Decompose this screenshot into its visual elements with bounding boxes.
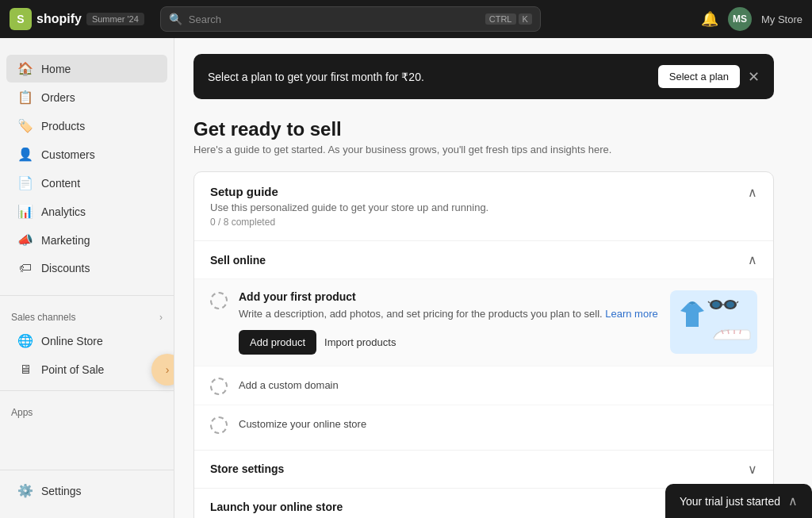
products-icon: 🏷️ [17, 118, 33, 133]
customers-icon: 👤 [17, 147, 33, 162]
topnav: S shopify Summer '24 🔍 CTRL K 🔔 MS My St… [0, 0, 812, 38]
sidebar-bottom: ⚙️ Settings [0, 457, 174, 518]
sidebar-nav: 🏠 Home 📋 Orders 🏷️ Products 👤 Customers … [0, 48, 174, 289]
sidebar-item-orders[interactable]: 📋 Orders [6, 83, 167, 111]
sidebar-item-label: Marketing [41, 234, 90, 247]
sidebar-item-point-of-sale[interactable]: 🖥 Point of Sale › [6, 356, 167, 383]
setup-guide-chevron-icon: ∧ [748, 185, 757, 200]
sidebar-item-label: Discounts [41, 262, 90, 274]
svg-rect-0 [670, 290, 757, 354]
task-customize-store[interactable]: Customize your online store [194, 405, 773, 443]
sidebar-item-marketing[interactable]: 📣 Marketing [6, 226, 167, 254]
task-add-product-actions: Add product Import products [239, 330, 659, 355]
shopify-logo-text: shopify [36, 12, 82, 26]
close-banner-button[interactable]: ✕ [748, 68, 760, 86]
search-icon: 🔍 [169, 13, 182, 25]
setup-guide-description: Use this personalized guide to get your … [210, 201, 488, 213]
apps-section-title: Apps [0, 397, 174, 421]
page-title: Get ready to sell [193, 118, 774, 140]
task-add-product: Add your first product Write a descripti… [194, 278, 773, 366]
sidebar-item-label: Content [41, 177, 80, 190]
topnav-right: 🔔 MS My Store [701, 7, 802, 31]
orders-icon: 📋 [17, 90, 33, 105]
task-add-product-content: Add your first product Write a descripti… [239, 290, 659, 355]
notifications-bell-icon[interactable]: 🔔 [701, 10, 718, 28]
search-shortcut: CTRL K [485, 13, 532, 25]
sidebar-item-home[interactable]: 🏠 Home [6, 55, 167, 82]
sidebar-item-label: Orders [41, 91, 75, 104]
task-add-product-circle[interactable] [210, 292, 228, 309]
launch-online-title: Launch your online store [210, 501, 343, 513]
plan-banner: Select a plan to get your first month fo… [193, 54, 774, 99]
sell-online-section-body: Add your first product Write a descripti… [194, 278, 773, 450]
store-settings-title: Store settings [210, 462, 284, 475]
plan-banner-actions: Select a plan ✕ [658, 65, 760, 88]
sidebar-item-analytics[interactable]: 📊 Analytics [6, 198, 167, 225]
chevron-right-icon: › [166, 363, 170, 376]
pos-icon: 🖥 [17, 363, 33, 377]
settings-icon: ⚙️ [17, 483, 33, 498]
sidebar-item-discounts[interactable]: 🏷 Discounts [6, 255, 167, 282]
sidebar-item-settings[interactable]: ⚙️ Settings [6, 477, 167, 505]
product-image-illustration [670, 290, 757, 354]
avatar[interactable]: MS [728, 7, 752, 31]
sidebar-item-online-store[interactable]: 🌐 Online Store [6, 327, 167, 355]
sidebar-divider-2 [0, 390, 174, 391]
sidebar: 🏠 Home 📋 Orders 🏷️ Products 👤 Customers … [0, 0, 174, 518]
setup-guide-progress: 0 / 8 completed [210, 217, 488, 228]
content-icon: 📄 [17, 175, 33, 190]
svg-point-7 [726, 301, 734, 308]
select-plan-button[interactable]: Select a plan [658, 65, 740, 88]
sidebar-item-products[interactable]: 🏷️ Products [6, 112, 167, 140]
online-store-icon: 🌐 [17, 333, 33, 348]
task-customize-store-title: Customize your online store [239, 418, 366, 430]
marketing-icon: 📣 [17, 232, 33, 247]
page-subtitle: Here's a guide to get started. As your b… [193, 144, 774, 155]
svg-point-6 [712, 301, 720, 308]
sidebar-item-content[interactable]: 📄 Content [6, 169, 167, 197]
trial-banner[interactable]: Your trial just started ∧ [665, 484, 812, 518]
trial-banner-chevron-icon: ∧ [788, 493, 798, 508]
sales-channels-expand-icon[interactable]: › [159, 312, 163, 323]
setup-guide-card: Setup guide Use this personalized guide … [193, 171, 774, 518]
import-products-button[interactable]: Import products [324, 336, 396, 348]
sidebar-item-label: Settings [41, 485, 82, 497]
search-input[interactable] [189, 13, 479, 25]
setup-guide-title: Setup guide [210, 185, 488, 198]
task-custom-domain-circle[interactable] [210, 378, 228, 395]
sidebar-item-label: Home [41, 63, 71, 75]
sidebar-divider [0, 295, 174, 296]
task-customize-store-circle[interactable] [210, 416, 228, 434]
setup-guide-header[interactable]: Setup guide Use this personalized guide … [194, 172, 773, 240]
sidebar-divider-3 [0, 470, 174, 470]
sell-online-section-header[interactable]: Sell online ∧ [194, 240, 773, 278]
sidebar-expand-circle-button[interactable]: › [151, 354, 174, 386]
plan-banner-text: Select a plan to get your first month fo… [208, 71, 424, 83]
sidebar-item-label: Online Store [41, 335, 103, 347]
store-settings-section[interactable]: Store settings ∨ [194, 450, 773, 488]
task-custom-domain-title: Add a custom domain [239, 379, 339, 391]
version-badge: Summer '24 [86, 13, 144, 25]
sidebar-item-customers[interactable]: 👤 Customers [6, 140, 167, 168]
sell-online-title: Sell online [210, 254, 266, 267]
sales-channels-section-title: Sales channels › [0, 302, 174, 326]
learn-more-link[interactable]: Learn more [605, 308, 657, 320]
sidebar-item-label: Customers [41, 148, 95, 161]
task-add-product-title: Add your first product [239, 290, 659, 303]
home-icon: 🏠 [17, 61, 33, 76]
sidebar-item-label: Analytics [41, 205, 86, 218]
task-add-product-desc: Write a description, add photos, and set… [239, 306, 659, 322]
sidebar-item-label: Point of Sale [41, 363, 104, 376]
sidebar-item-label: Products [41, 120, 85, 132]
add-product-button[interactable]: Add product [239, 330, 316, 355]
discounts-icon: 🏷 [17, 261, 33, 275]
sell-online-chevron-icon: ∧ [748, 252, 757, 267]
store-settings-chevron-icon: ∨ [748, 462, 757, 477]
task-custom-domain[interactable]: Add a custom domain [194, 366, 773, 405]
store-name[interactable]: My Store [761, 13, 802, 25]
main-content-area: Select a plan to get your first month fo… [174, 0, 812, 518]
logo[interactable]: S shopify Summer '24 [10, 8, 144, 30]
trial-banner-text: Your trial just started [680, 495, 780, 508]
search-bar[interactable]: 🔍 CTRL K [160, 6, 541, 32]
shopify-logo-icon: S [10, 8, 32, 30]
